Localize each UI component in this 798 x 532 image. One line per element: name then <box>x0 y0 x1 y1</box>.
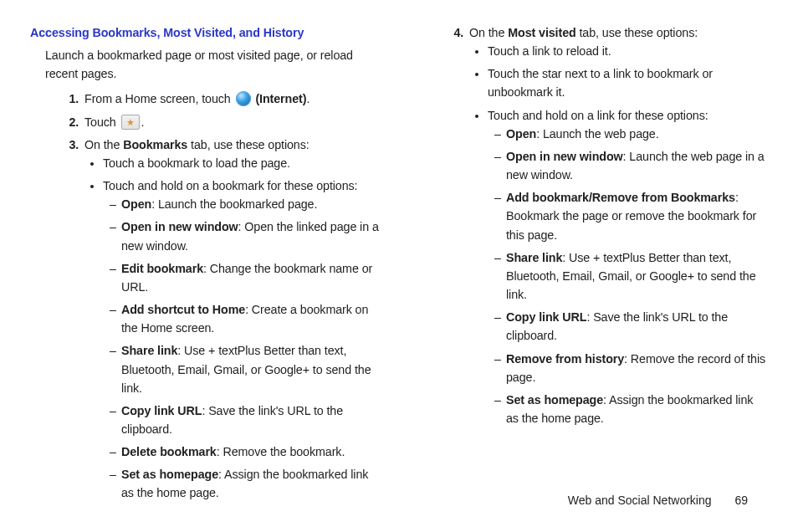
step-3-bullets: Touch a bookmark to load the page. Touch… <box>100 154 383 503</box>
dash-rest: : Launch the web page. <box>536 127 658 141</box>
step-1-text: From a Home screen, touch <box>84 92 234 105</box>
list-item: Add shortcut to Home: Create a bookmark … <box>110 300 383 337</box>
section-heading: Accessing Bookmarks, Most Visited, and H… <box>30 23 383 42</box>
step-1-post: . <box>306 92 309 105</box>
step-4: On the Most visited tab, use these optio… <box>467 23 768 427</box>
step-2-text: Touch <box>84 115 120 129</box>
step-3-dashes: Open: Launch the bookmarked page. Open i… <box>110 195 383 502</box>
list-item: Edit bookmark: Change the bookmark name … <box>110 259 383 296</box>
list-item-text: Touch and hold on a link for these optio… <box>488 109 708 122</box>
dash-bold: Edit bookmark <box>121 262 203 275</box>
dash-rest: : Launch the bookmarked page. <box>151 197 317 211</box>
dash-bold: Add bookmark/Remove from Bookmarks <box>506 191 735 204</box>
left-column: Accessing Bookmarks, Most Visited, and H… <box>30 23 383 507</box>
page-content: Accessing Bookmarks, Most Visited, and H… <box>0 0 798 524</box>
step-4-pre: On the <box>469 26 508 39</box>
intro-text: Launch a bookmarked page or most visited… <box>45 46 383 83</box>
list-item: Copy link URL: Save the link's URL to th… <box>494 308 768 345</box>
list-item-text: Touch and hold on a bookmark for these o… <box>103 179 357 192</box>
list-item: Open: Launch the web page. <box>494 125 768 143</box>
list-item: Set as homepage: Assign the bookmarked l… <box>494 391 768 427</box>
list-item: Open in new window: Launch the web page … <box>494 147 768 184</box>
dash-bold: Copy link URL <box>506 310 586 324</box>
dash-bold: Open in new window <box>121 220 238 233</box>
dash-bold: Add shortcut to Home <box>121 303 245 316</box>
step-3-pre: On the <box>84 138 123 151</box>
dash-bold: Share link <box>121 344 177 357</box>
steps-list-right: On the Most visited tab, use these optio… <box>463 23 768 427</box>
footer-section: Web and Social Networking <box>568 494 712 507</box>
list-item: Open: Launch the bookmarked page. <box>110 195 383 213</box>
bookmarks-icon <box>121 115 140 130</box>
list-item: Copy link URL: Save the link's URL to th… <box>110 402 383 438</box>
list-item: Set as homepage: Assign the bookmarked l… <box>110 465 383 502</box>
list-item: Delete bookmark: Remove the bookmark. <box>110 442 383 461</box>
dash-bold: Set as homepage <box>121 468 218 481</box>
step-3: On the Bookmarks tab, use these options:… <box>82 136 383 503</box>
steps-list: From a Home screen, touch (Internet). To… <box>79 90 383 502</box>
right-column: On the Most visited tab, use these optio… <box>415 23 768 507</box>
step-1: From a Home screen, touch (Internet). <box>82 90 383 108</box>
list-item: Touch and hold on a bookmark for these o… <box>103 176 383 503</box>
step-4-post: tab, use these options: <box>576 26 698 39</box>
dash-bold: Open <box>506 127 536 141</box>
list-item: Add bookmark/Remove from Bookmarks: Book… <box>494 188 768 243</box>
list-item: Remove from history: Remove the record o… <box>494 350 768 386</box>
dash-rest: : Remove the bookmark. <box>217 445 345 458</box>
step-2: Touch . <box>82 113 383 131</box>
dash-bold: Share link <box>506 251 562 264</box>
dash-bold: Delete bookmark <box>121 445 217 458</box>
list-item: Share link: Use + textPlus Better than t… <box>494 248 768 304</box>
page-number: 69 <box>734 494 748 507</box>
list-item: Share link: Use + textPlus Better than t… <box>110 341 383 396</box>
dash-bold: Copy link URL <box>121 404 202 417</box>
step-4-bullets: Touch a link to reload it. Touch the sta… <box>484 42 768 427</box>
internet-icon <box>236 91 251 106</box>
step-4-bold: Most visited <box>508 26 575 39</box>
step-3-bold: Bookmarks <box>123 138 187 151</box>
list-item: Touch a link to reload it. <box>488 42 768 60</box>
dash-bold: Open in new window <box>506 150 623 163</box>
step-2-post: . <box>141 115 145 129</box>
step-4-dashes: Open: Launch the web page. Open in new w… <box>494 125 768 427</box>
step-3-post: tab, use these options: <box>187 138 309 151</box>
dash-bold: Open <box>121 197 151 211</box>
dash-bold: Set as homepage <box>506 393 603 407</box>
list-item: Touch and hold on a link for these optio… <box>488 106 768 428</box>
list-item: Open in new window: Open the linked page… <box>110 217 383 254</box>
dash-bold: Remove from history <box>506 352 624 366</box>
list-item: Touch the star next to a link to bookmar… <box>488 64 768 101</box>
page-footer: Web and Social Networking 69 <box>568 492 748 510</box>
step-1-label: (Internet) <box>255 92 306 105</box>
list-item: Touch a bookmark to load the page. <box>103 154 383 172</box>
